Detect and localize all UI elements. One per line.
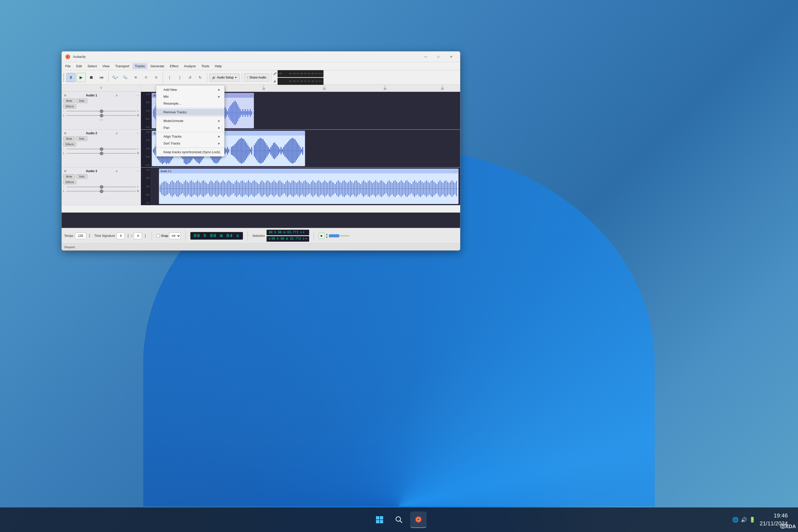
menu-select[interactable]: Select bbox=[85, 63, 99, 69]
track-effects-2[interactable]: Effects bbox=[63, 142, 76, 147]
speed-slider[interactable] bbox=[329, 235, 349, 236]
track-solo-1[interactable]: Solo bbox=[76, 98, 87, 103]
volume-slider-row-2: - + bbox=[63, 148, 139, 150]
tracks-menu-mute-unmute[interactable]: Mute/Unmute ▶ bbox=[156, 117, 224, 124]
volume-track-1[interactable] bbox=[66, 111, 136, 112]
menu-effect[interactable]: Effect bbox=[167, 63, 181, 69]
menu-tools[interactable]: Tools bbox=[199, 63, 212, 69]
zoom-fit-button[interactable]: ⊞ bbox=[131, 73, 140, 82]
zoom-sel-button[interactable]: ⊡ bbox=[141, 73, 150, 82]
track-expand-1[interactable]: ∧ bbox=[116, 94, 118, 97]
tempo-up[interactable]: ▲ bbox=[88, 233, 91, 236]
snap-select[interactable]: 1/8 1/4 1/2 1 bbox=[169, 232, 181, 239]
time-sig-den-input[interactable] bbox=[134, 232, 142, 239]
volume-track-2[interactable] bbox=[66, 149, 136, 149]
svg-rect-80 bbox=[153, 149, 154, 153]
pan-track-3[interactable] bbox=[66, 191, 136, 192]
track-row-3: ✕ Audio 3 ∧ ··· Mute Solo Effects - bbox=[62, 168, 460, 205]
pause-button[interactable]: ⏸ bbox=[66, 73, 75, 82]
svg-rect-333 bbox=[363, 180, 364, 197]
volume-track-3[interactable] bbox=[66, 187, 136, 187]
track-mute-1[interactable]: Mute bbox=[63, 98, 75, 103]
tempo-down[interactable]: ▼ bbox=[88, 236, 91, 238]
zoom-track-button[interactable]: ⊟ bbox=[151, 73, 160, 82]
tracks-menu-add-new[interactable]: Add New ▶ bbox=[156, 86, 224, 93]
track-mute-3[interactable]: Mute bbox=[63, 174, 75, 179]
track-more-2[interactable]: ··· bbox=[137, 131, 139, 135]
menu-transport[interactable]: Transport bbox=[113, 63, 132, 69]
svg-rect-166 bbox=[265, 143, 266, 158]
audio-setup-button[interactable]: 🔊 Audio Setup ▼ bbox=[209, 73, 240, 81]
tracks-menu-remove-tracks[interactable]: Remove Tracks bbox=[156, 109, 224, 116]
track-more-3[interactable]: ··· bbox=[137, 169, 139, 173]
clip-2-1-more[interactable]: ··· bbox=[301, 132, 303, 135]
menu-analyze[interactable]: Analyze bbox=[181, 63, 198, 69]
close-button[interactable]: ✕ bbox=[445, 53, 457, 61]
svg-rect-371 bbox=[420, 180, 421, 197]
track-row-1: ✕ Audio 1 ∧ ··· Mute Solo Effects - bbox=[62, 92, 460, 130]
track-solo-3[interactable]: Solo bbox=[76, 174, 87, 179]
svg-rect-160 bbox=[258, 139, 259, 162]
volume-icon[interactable]: 🔊 bbox=[741, 517, 747, 523]
menu-tracks[interactable]: Tracks bbox=[132, 63, 148, 69]
menu-generate[interactable]: Generate bbox=[148, 63, 167, 69]
minimize-button[interactable]: — bbox=[420, 53, 432, 61]
clip-audio-3-1[interactable]: Audio 3.1 ··· /* generated inline */ bbox=[159, 169, 459, 204]
speed-up[interactable]: ▲ bbox=[326, 233, 328, 235]
track-close-1[interactable]: ✕ bbox=[63, 93, 67, 97]
tracks-menu-align-tracks[interactable]: Align Tracks ▶ bbox=[156, 133, 224, 140]
pan-track-1[interactable] bbox=[66, 115, 136, 116]
svg-rect-377 bbox=[429, 183, 430, 194]
speed-down[interactable]: ▼ bbox=[326, 236, 328, 239]
zoom-in-button[interactable]: 🔍+ bbox=[111, 73, 120, 82]
tracks-menu-sync-lock[interactable]: Keep tracks synchronized (Sync-Lock) bbox=[156, 149, 224, 155]
zoom-out-button[interactable]: 🔍- bbox=[121, 73, 130, 82]
menu-edit[interactable]: Edit bbox=[74, 63, 84, 69]
clip-end-button[interactable]: ] bbox=[175, 73, 185, 82]
timesig-den-down[interactable]: ▼ bbox=[144, 236, 147, 238]
track-expand-3[interactable]: ∧ bbox=[116, 169, 118, 173]
track-mute-2[interactable]: Mute bbox=[63, 136, 75, 141]
audacity-taskbar-icon[interactable] bbox=[410, 512, 426, 528]
snap-checkbox[interactable] bbox=[156, 234, 160, 238]
maximize-button[interactable]: □ bbox=[433, 53, 444, 61]
svg-rect-330 bbox=[359, 183, 360, 194]
track-controls-3: ✕ Audio 3 ∧ ··· Mute Solo Effects - bbox=[62, 168, 141, 205]
start-button[interactable] bbox=[372, 512, 388, 528]
menu-file[interactable]: File bbox=[63, 63, 73, 69]
track-close-2[interactable]: ✕ bbox=[63, 131, 67, 135]
time-sig-num-input[interactable] bbox=[117, 232, 125, 239]
svg-rect-278 bbox=[281, 182, 282, 196]
tempo-input[interactable] bbox=[75, 232, 86, 239]
clip-start-button[interactable]: [ bbox=[165, 73, 174, 82]
track-more-1[interactable]: ··· bbox=[137, 94, 139, 97]
search-button[interactable] bbox=[391, 512, 407, 528]
menu-help[interactable]: Help bbox=[212, 63, 224, 69]
pan-track-2[interactable] bbox=[66, 153, 136, 154]
clip-3-1-more[interactable]: ··· bbox=[455, 170, 457, 173]
menu-view[interactable]: View bbox=[100, 63, 112, 69]
tracks-menu-resample[interactable]: Resample... bbox=[156, 100, 224, 107]
svg-rect-62 bbox=[231, 104, 232, 121]
tracks-menu-pan[interactable]: Pan ▶ bbox=[156, 124, 224, 131]
timesig-num-up[interactable]: ▲ bbox=[126, 233, 130, 236]
play-mini-button[interactable]: ▶ bbox=[319, 233, 325, 239]
skip-start-button[interactable]: ⏮ bbox=[97, 73, 106, 82]
track-expand-2[interactable]: ∧ bbox=[116, 131, 118, 135]
undo-button[interactable]: ↺ bbox=[186, 73, 195, 82]
redo-button[interactable]: ↻ bbox=[196, 73, 205, 82]
timesig-den-up[interactable]: ▲ bbox=[144, 233, 147, 236]
tracks-menu-sort-tracks[interactable]: Sort Tracks ▶ bbox=[156, 140, 224, 147]
track-close-3[interactable]: ✕ bbox=[63, 169, 67, 173]
play-button[interactable]: ▶ bbox=[76, 73, 86, 82]
tracks-menu-mix[interactable]: Mix ▶ bbox=[156, 93, 224, 100]
clip-1-3-more[interactable]: ··· bbox=[250, 94, 252, 97]
track-solo-2[interactable]: Solo bbox=[76, 136, 87, 141]
share-audio-button[interactable]: ↑ Share Audio bbox=[244, 73, 269, 81]
network-icon[interactable]: 🌐 bbox=[732, 517, 739, 523]
timesig-num-down[interactable]: ▼ bbox=[126, 236, 130, 238]
track-effects-1[interactable]: Effects bbox=[63, 104, 76, 109]
window-controls: — □ ✕ bbox=[420, 53, 457, 61]
stop-button[interactable]: ⏹ bbox=[87, 73, 96, 82]
track-effects-3[interactable]: Effects bbox=[63, 180, 76, 185]
